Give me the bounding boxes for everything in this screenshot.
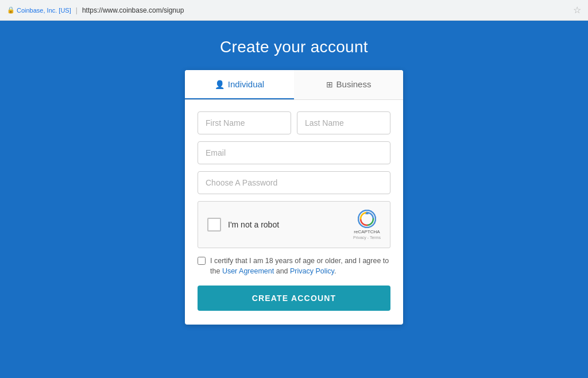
tab-business[interactable]: ⊞ Business [294, 70, 403, 99]
signup-card: 👤 Individual ⊞ Business [185, 70, 403, 325]
recaptcha-logo-icon [358, 210, 376, 228]
tab-business-label: Business [336, 79, 372, 89]
url-divider: | [76, 6, 78, 14]
business-icon: ⊞ [326, 80, 333, 89]
individual-icon: 👤 [215, 80, 225, 89]
password-row [198, 171, 390, 194]
security-indicator: 🔒 Coinbase, Inc. [US] [7, 6, 71, 14]
browser-chrome: 🔒 Coinbase, Inc. [US] | https://www.coin… [0, 0, 588, 21]
bookmark-star-icon[interactable]: ☆ [573, 5, 581, 16]
create-account-button[interactable]: CREATE ACCOUNT [198, 286, 390, 311]
tab-individual-label: Individual [228, 79, 264, 89]
terms-checkbox[interactable] [198, 257, 206, 265]
account-type-tabs: 👤 Individual ⊞ Business [185, 70, 403, 100]
terms-text: I certify that I am 18 years of age or o… [210, 256, 390, 276]
lock-icon: 🔒 [7, 6, 15, 14]
recaptcha-widget[interactable]: I'm not a robot reCAPTCHA Privacy - Term… [198, 201, 390, 248]
recaptcha-checkbox[interactable] [207, 218, 221, 232]
password-field[interactable] [198, 171, 390, 194]
site-name: Coinbase, Inc. [US] [17, 7, 71, 14]
privacy-policy-link[interactable]: Privacy Policy [290, 267, 334, 275]
name-row [198, 111, 390, 134]
tab-individual[interactable]: 👤 Individual [185, 70, 294, 99]
url-bar[interactable]: https://www.coinbase.com/signup [82, 6, 184, 14]
signup-form: I'm not a robot reCAPTCHA Privacy - Term… [185, 100, 403, 325]
email-field[interactable] [198, 141, 390, 164]
recaptcha-brand-text: reCAPTCHA [354, 229, 380, 234]
recaptcha-left: I'm not a robot [207, 218, 279, 232]
last-name-field[interactable] [297, 111, 390, 134]
recaptcha-links-text: Privacy - Terms [353, 236, 381, 240]
terms-row: I certify that I am 18 years of age or o… [198, 256, 390, 276]
user-agreement-link[interactable]: User Agreement [222, 267, 274, 275]
first-name-field[interactable] [198, 111, 291, 134]
recaptcha-label: I'm not a robot [228, 220, 279, 229]
page-title: Create your account [220, 38, 368, 56]
page-background: Create your account 👤 Individual ⊞ Busin… [0, 21, 588, 378]
email-row [198, 141, 390, 164]
recaptcha-branding: reCAPTCHA Privacy - Terms [353, 210, 381, 240]
